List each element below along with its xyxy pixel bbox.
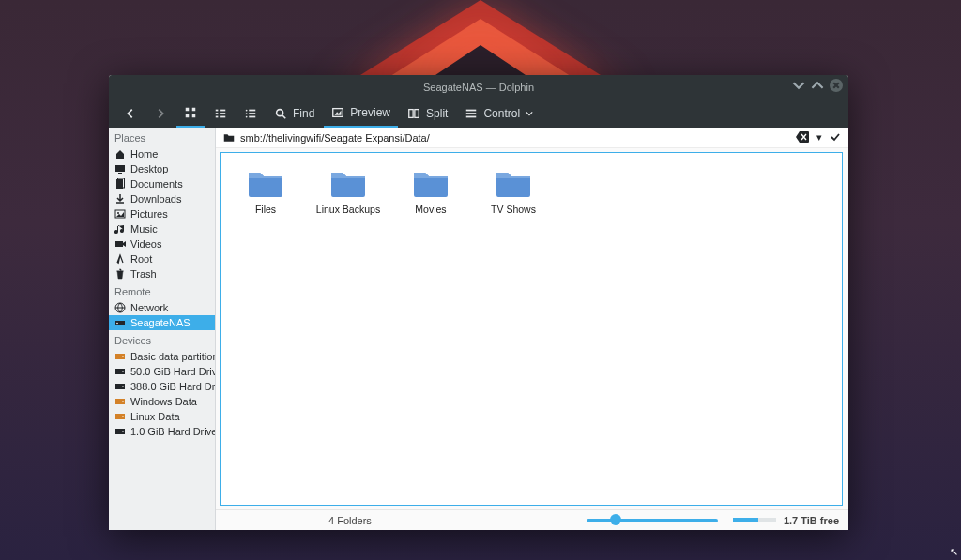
svg-rect-6: [216, 113, 219, 114]
sidebar-item-linux-data[interactable]: Linux Data: [109, 409, 215, 424]
sidebar-item-label: Windows Data: [130, 396, 197, 407]
sidebar-item-1-0-gib-hard-drive[interactable]: 1.0 GiB Hard Drive: [109, 424, 215, 439]
svg-rect-21: [415, 110, 419, 118]
minimize-button[interactable]: [792, 79, 805, 92]
control-button[interactable]: Control: [457, 99, 541, 128]
svg-rect-23: [466, 113, 477, 114]
folder-item[interactable]: Movies: [393, 164, 468, 219]
sidebar-header: Remote: [109, 281, 215, 300]
trash-icon: [114, 268, 126, 280]
root-icon: [114, 253, 126, 265]
desktop-icon: [114, 163, 126, 174]
drive-alt-icon: [114, 351, 126, 362]
capacity-bar: [733, 518, 776, 522]
downloads-icon: [114, 193, 126, 204]
sidebar-item-label: Documents: [130, 178, 183, 189]
svg-point-36: [122, 356, 124, 357]
sidebar-item-label: Home: [130, 148, 158, 159]
sidebar-item-home[interactable]: Home: [109, 146, 215, 161]
sidebar-item-desktop[interactable]: Desktop: [109, 161, 215, 176]
toolbar: Find Preview Split Control: [109, 99, 848, 128]
find-label: Find: [293, 107, 314, 120]
drive-alt-icon: [114, 411, 126, 422]
svg-rect-22: [466, 110, 477, 112]
sidebar-item-windows-data[interactable]: Windows Data: [109, 394, 215, 409]
close-button[interactable]: [830, 79, 843, 92]
sidebar-item-network[interactable]: Network: [109, 300, 215, 315]
folder-view[interactable]: FilesLinux BackupsMoviesTV Shows: [220, 152, 843, 506]
svg-point-42: [122, 401, 124, 402]
svg-point-46: [122, 431, 124, 432]
find-button[interactable]: Find: [267, 99, 322, 128]
drive-icon: [114, 426, 126, 437]
folder-label: Files: [255, 204, 276, 215]
maximize-button[interactable]: [811, 79, 824, 92]
svg-rect-4: [216, 110, 219, 112]
sidebar-item-label: Pictures: [130, 208, 168, 219]
sidebar-item-label: Videos: [130, 238, 161, 250]
sidebar-header: Places: [109, 128, 215, 146]
details-view-button[interactable]: [236, 99, 265, 128]
svg-rect-11: [249, 110, 255, 112]
music-icon: [114, 223, 126, 235]
preview-button[interactable]: Preview: [324, 99, 398, 128]
folder-item[interactable]: TV Shows: [476, 164, 551, 219]
documents-icon: [114, 178, 126, 189]
location-text[interactable]: smb://thelivingwifi/Seagate Expansi/Data…: [240, 132, 790, 144]
icons-view-button[interactable]: [176, 99, 205, 128]
drive-alt-icon: [114, 396, 126, 407]
sidebar-item-label: Trash: [130, 268, 157, 280]
folder-label: TV Shows: [491, 204, 536, 215]
folder-item[interactable]: Linux Backups: [311, 164, 386, 219]
folder-icon: [495, 168, 532, 198]
sidebar-item-music[interactable]: Music: [109, 221, 215, 236]
folder-icon: [412, 168, 450, 198]
network-icon: [114, 302, 126, 313]
sidebar-item-trash[interactable]: Trash: [109, 266, 215, 281]
drive-icon: [114, 366, 126, 377]
svg-rect-3: [192, 114, 196, 118]
svg-point-16: [277, 110, 283, 116]
videos-icon: [114, 238, 126, 250]
sidebar-item-label: Downloads: [130, 193, 181, 204]
svg-rect-0: [186, 108, 190, 112]
folder-label: Linux Backups: [316, 204, 380, 215]
pictures-icon: [114, 208, 126, 219]
folder-item[interactable]: Files: [228, 164, 303, 219]
free-space: 1.7 TiB free: [784, 515, 839, 526]
folder-label: Movies: [415, 204, 446, 215]
svg-rect-9: [220, 116, 225, 118]
sidebar-item-documents[interactable]: Documents: [109, 176, 215, 191]
sidebar-item-basic-data-partition[interactable]: Basic data partition: [109, 349, 215, 364]
folder-icon: [329, 168, 367, 198]
forward-button[interactable]: [146, 99, 175, 128]
sidebar-item-pictures[interactable]: Pictures: [109, 206, 215, 221]
go-button[interactable]: [830, 131, 841, 144]
back-button[interactable]: [116, 99, 145, 128]
svg-point-14: [246, 116, 248, 118]
svg-line-17: [282, 115, 286, 119]
sidebar-item-root[interactable]: Root: [109, 251, 215, 266]
zoom-slider[interactable]: [587, 519, 718, 522]
sidebar-item-50-0-gib-hard-drive[interactable]: 50.0 GiB Hard Drive: [109, 364, 215, 379]
svg-rect-7: [220, 113, 225, 114]
dolphin-window: SeagateNAS — Dolphin: [109, 75, 848, 530]
sidebar-item-label: Music: [130, 223, 158, 235]
window-title: SeagateNAS — Dolphin: [423, 82, 534, 93]
sidebar-item-388-0-gib-hard-drive[interactable]: 388.0 GiB Hard Drive: [109, 379, 215, 394]
bookmarks-button[interactable]: ▾: [816, 131, 822, 144]
sidebar-item-label: SeagateNAS: [130, 317, 191, 328]
svg-rect-24: [466, 116, 477, 118]
sidebar-item-label: Root: [130, 253, 152, 265]
split-button[interactable]: Split: [400, 99, 455, 128]
svg-rect-15: [249, 116, 255, 118]
sidebar-item-seagatenas[interactable]: SeagateNAS: [109, 315, 215, 330]
svg-rect-31: [115, 241, 123, 247]
sidebar-item-downloads[interactable]: Downloads: [109, 191, 215, 206]
compact-view-button[interactable]: [206, 99, 235, 128]
clear-location-button[interactable]: [796, 131, 809, 144]
svg-rect-25: [115, 165, 125, 172]
sidebar-item-label: Linux Data: [130, 411, 180, 422]
sidebar-item-videos[interactable]: Videos: [109, 236, 215, 251]
split-label: Split: [426, 107, 448, 120]
